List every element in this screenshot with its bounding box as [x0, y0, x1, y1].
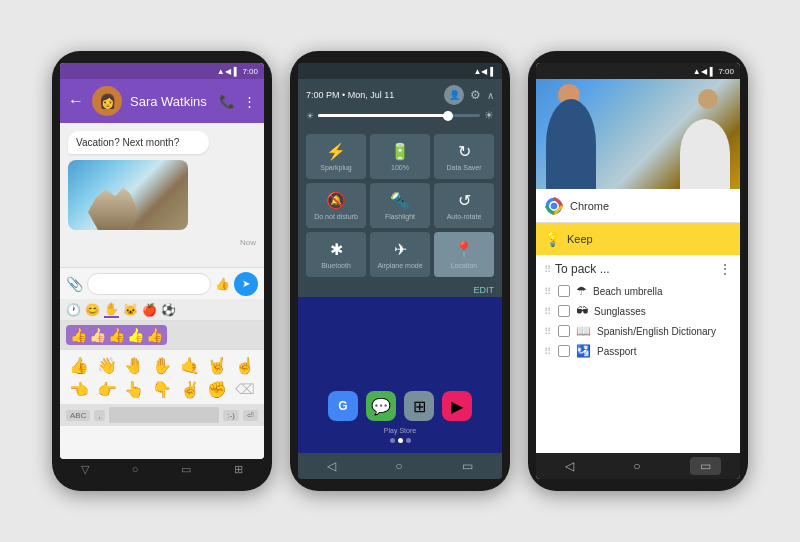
image-rocks [88, 185, 138, 230]
nav-back[interactable]: ▽ [81, 463, 89, 477]
play-store-label: Play Store [384, 427, 416, 434]
nav-home[interactable]: ○ [132, 463, 139, 477]
item-text-2: Spanish/English Dictionary [597, 326, 716, 337]
emoji-food-tab[interactable]: 🍎 [142, 303, 157, 317]
nav-recents-3[interactable]: ▭ [690, 457, 721, 475]
drag-0: ⠿ [544, 286, 552, 297]
space-key[interactable] [109, 407, 220, 423]
emoji-13[interactable]: ⌫ [232, 378, 258, 400]
tile-bluetooth[interactable]: ✱ Bluetooth [306, 232, 366, 277]
abc-key[interactable]: ABC [66, 410, 90, 421]
emoji-keyboard[interactable]: 👍 👋 🤚 ✋ 🤙 🤘 ☝ 👈 👉 👆 👇 ✌ ✊ ⌫ ABC , :-) [60, 349, 264, 459]
chrome-bar[interactable]: Chrome [536, 189, 740, 223]
notif-time: 7:00 PM • Mon, Jul 11 [306, 90, 394, 100]
brightness-control[interactable]: ☀ ☀ [306, 109, 494, 122]
nav-recents-2[interactable]: ▭ [452, 457, 483, 475]
drag-handle-note: ⠿ [544, 264, 551, 275]
person-head-right [698, 89, 718, 109]
location-label: Location [451, 262, 477, 269]
tile-flashlight[interactable]: 🔦 Flashlight [370, 183, 430, 228]
emoji-9[interactable]: 👆 [121, 378, 147, 400]
phone-1: ▲◀ ▌ 7:00 ← 👩 Sara Watkins 📞 ⋮ Vacation?… [52, 51, 272, 491]
notif-avatar: 👤 [444, 85, 464, 105]
tile-location[interactable]: 📍 Location [434, 232, 494, 277]
phone-2-screen: ▲◀ ▌ 7:00 PM • Mon, Jul 11 👤 ⚙ ∧ ☀ ☀ [298, 63, 502, 479]
emoji-7[interactable]: 👈 [66, 378, 92, 400]
keep-bar[interactable]: 💡 Keep [536, 223, 740, 255]
collapse-icon[interactable]: ∧ [487, 90, 494, 101]
back-button[interactable]: ← [68, 92, 84, 110]
thumb-dark1[interactable]: 👍 [89, 327, 106, 343]
item-icon-3: 🛂 [576, 344, 591, 358]
send-button[interactable]: ➤ [234, 272, 258, 296]
enter-key[interactable]: ⏎ [243, 410, 258, 421]
emoji-8[interactable]: 👉 [94, 378, 120, 400]
nav-apps[interactable]: ⊞ [234, 463, 243, 477]
phone-icon[interactable]: 📞 [219, 94, 235, 109]
thumb-medium[interactable]: 👍 [108, 327, 125, 343]
nav-recents[interactable]: ▭ [181, 463, 191, 477]
page-indicators [390, 438, 411, 443]
brightness-fill [318, 114, 448, 117]
nav-back-3[interactable]: ◁ [555, 457, 584, 475]
emoji-10[interactable]: 👇 [149, 378, 175, 400]
emoji-11[interactable]: ✌ [177, 378, 203, 400]
emoji-3[interactable]: ✋ [149, 354, 175, 376]
emoji-6[interactable]: ☝ [232, 354, 258, 376]
attach-icon[interactable]: 📎 [66, 276, 83, 292]
settings-icon[interactable]: ⚙ [470, 88, 481, 102]
thumb-variants[interactable]: 👍 👍 👍 👍 👍 [66, 325, 167, 345]
keep-bulb-icon: 💡 [544, 231, 561, 247]
smiley-key[interactable]: :-) [223, 410, 239, 421]
app-messages[interactable]: 💬 [366, 391, 396, 421]
nav-home-2[interactable]: ○ [385, 457, 412, 475]
tile-airplane[interactable]: ✈ Airplane mode [370, 232, 430, 277]
app-launcher[interactable]: ⊞ [404, 391, 434, 421]
emoji-5[interactable]: 🤘 [205, 354, 231, 376]
nav-back-2[interactable]: ◁ [317, 457, 346, 475]
checkbox-0[interactable] [558, 285, 570, 297]
thumb-light[interactable]: 👍 [127, 327, 144, 343]
tile-autorotate[interactable]: ↺ Auto-rotate [434, 183, 494, 228]
tile-dnd[interactable]: 🔕 Do not disturb [306, 183, 366, 228]
symbol-key[interactable]: , [94, 410, 104, 421]
drag-1: ⠿ [544, 306, 552, 317]
checkbox-1[interactable] [558, 305, 570, 317]
brightness-knob[interactable] [443, 111, 453, 121]
emoji-hand-tab[interactable]: ✋ [104, 302, 119, 318]
emoji-activity-tab[interactable]: ⚽ [161, 303, 176, 317]
emoji-tab-bar[interactable]: 🕐 😊 ✋ 🐱 🍎 ⚽ [60, 299, 264, 321]
checkbox-2[interactable] [558, 325, 570, 337]
edit-label[interactable]: EDIT [473, 285, 494, 295]
emoji-0[interactable]: 👍 [66, 354, 92, 376]
emoji-2[interactable]: 🤚 [121, 354, 147, 376]
emoji-animal-tab[interactable]: 🐱 [123, 303, 138, 317]
app-google[interactable]: G [328, 391, 358, 421]
status-icons-2: ▲◀ ▌ [473, 67, 496, 76]
nav-home-3[interactable]: ○ [623, 457, 650, 475]
phone-3-screen: ▲◀ ▌ 7:00 Chrome 💡 Keep [536, 63, 740, 479]
signal-icon-3: ▲◀ [693, 67, 707, 76]
app-play[interactable]: ▶ [442, 391, 472, 421]
battery-icon-3: ▌ [710, 67, 716, 76]
emoji-1[interactable]: 👋 [94, 354, 120, 376]
tile-datasaver[interactable]: ↻ Data Saver [434, 134, 494, 179]
emoji-4[interactable]: 🤙 [177, 354, 203, 376]
person-right [680, 119, 730, 189]
emoji-face-tab[interactable]: 😊 [85, 303, 100, 317]
status-bar-1: ▲◀ ▌ 7:00 [60, 63, 264, 79]
thumb-pale[interactable]: 👍 [146, 327, 163, 343]
brightness-bar[interactable] [318, 114, 480, 117]
item-icon-1: 🕶 [576, 304, 588, 318]
emoji-12[interactable]: ✊ [205, 378, 231, 400]
thumb-yellow[interactable]: 👍 [70, 327, 87, 343]
item-icon-0: ☂ [576, 284, 587, 298]
tile-battery[interactable]: 🔋 100% [370, 134, 430, 179]
menu-icon[interactable]: ⋮ [243, 94, 256, 109]
signal-icon: ▲◀ [217, 67, 231, 76]
checkbox-3[interactable] [558, 345, 570, 357]
note-more-icon[interactable]: ⋮ [718, 261, 732, 277]
recent-emoji-tab[interactable]: 🕐 [66, 303, 81, 317]
tile-sparkplug[interactable]: ⚡ Sparkplug [306, 134, 366, 179]
chat-input[interactable] [87, 273, 211, 295]
